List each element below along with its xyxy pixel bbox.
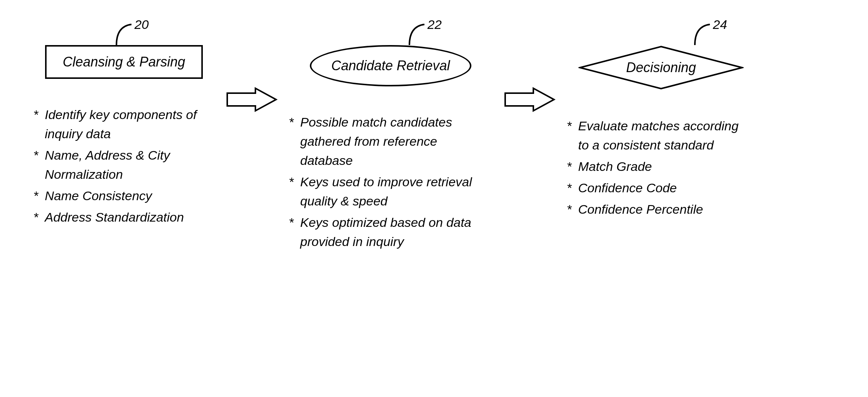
stage-decisioning: 24 Decisioning *Evaluate matches accordi… [563, 45, 759, 221]
asterisk-icon: * [567, 178, 572, 198]
bullet-text: Evaluate matches according to a consiste… [578, 116, 751, 155]
bullet-item: *Name Consistency [34, 186, 217, 205]
asterisk-icon: * [34, 208, 39, 227]
stage2-ref-text: 22 [427, 17, 442, 32]
stage1-ref-label: 20 [116, 19, 146, 48]
asterisk-icon: * [34, 105, 39, 124]
bullet-item: *Evaluate matches according to a consist… [567, 116, 751, 155]
stage2-shape-wrap: 22 Candidate Retrieval [285, 45, 496, 86]
stage-cleansing-parsing: 20 Cleansing & Parsing *Identify key com… [30, 45, 218, 229]
stage1-ref-text: 20 [134, 17, 149, 32]
bullet-text: Keys used to improve retrieval quality &… [300, 172, 473, 211]
stage1-title: Cleansing & Parsing [63, 54, 185, 70]
bullet-item: *Confidence Percentile [567, 200, 751, 219]
bullet-text: Keys optimized based on data provided in… [300, 213, 473, 251]
stage1-shape-wrap: 20 Cleansing & Parsing [30, 45, 218, 79]
bullet-text: Address Standardization [45, 208, 184, 227]
bullet-item: *Keys used to improve retrieval quality … [289, 172, 473, 211]
arrow-1 [218, 86, 285, 113]
stage3-title: Decisioning [626, 60, 696, 75]
stage1-bullets: *Identify key components of inquiry data… [30, 105, 217, 229]
stage3-diamond: Decisioning [578, 45, 744, 90]
stage3-shape-wrap: 24 Decisioning [563, 45, 759, 90]
bullet-item: *Keys optimized based on data provided i… [289, 213, 473, 251]
stage-candidate-retrieval: 22 Candidate Retrieval *Possible match c… [285, 45, 496, 254]
bullet-item: *Confidence Code [567, 178, 751, 198]
bullet-text: Match Grade [578, 157, 652, 176]
asterisk-icon: * [567, 200, 572, 219]
asterisk-icon: * [34, 146, 39, 165]
asterisk-icon: * [289, 113, 294, 132]
bullet-text: Name, Address & City Normalization [45, 146, 217, 184]
asterisk-icon: * [34, 186, 39, 205]
asterisk-icon: * [567, 116, 572, 136]
stage3-bullets: *Evaluate matches according to a consist… [563, 116, 751, 221]
bullet-item: *Name, Address & City Normalization [34, 146, 217, 184]
asterisk-icon: * [289, 213, 294, 232]
bullet-text: Identify key components of inquiry data [45, 105, 217, 143]
diagram-row: 20 Cleansing & Parsing *Identify key com… [30, 45, 838, 254]
bullet-item: *Match Grade [567, 157, 751, 176]
arrow-right-icon [225, 86, 278, 113]
bullet-text: Confidence Percentile [578, 200, 703, 219]
asterisk-icon: * [567, 157, 572, 176]
bullet-item: *Address Standardization [34, 208, 217, 227]
arrow-right-icon [503, 86, 556, 113]
stage1-box: Cleansing & Parsing [45, 45, 203, 79]
stage3-ref-text: 24 [713, 17, 727, 32]
arrow-2 [496, 86, 563, 113]
bullet-text: Confidence Code [578, 178, 677, 198]
stage2-ref-label: 22 [409, 19, 439, 48]
asterisk-icon: * [289, 172, 294, 192]
stage2-title: Candidate Retrieval [331, 58, 450, 74]
stage2-bullets: *Possible match candidates gathered from… [285, 113, 473, 254]
stage3-ref-label: 24 [695, 19, 725, 48]
stage2-ellipse: Candidate Retrieval [310, 45, 471, 86]
bullet-item: *Identify key components of inquiry data [34, 105, 217, 143]
bullet-text: Name Consistency [45, 186, 152, 205]
bullet-text: Possible match candidates gathered from … [300, 113, 473, 170]
bullet-item: *Possible match candidates gathered from… [289, 113, 473, 170]
